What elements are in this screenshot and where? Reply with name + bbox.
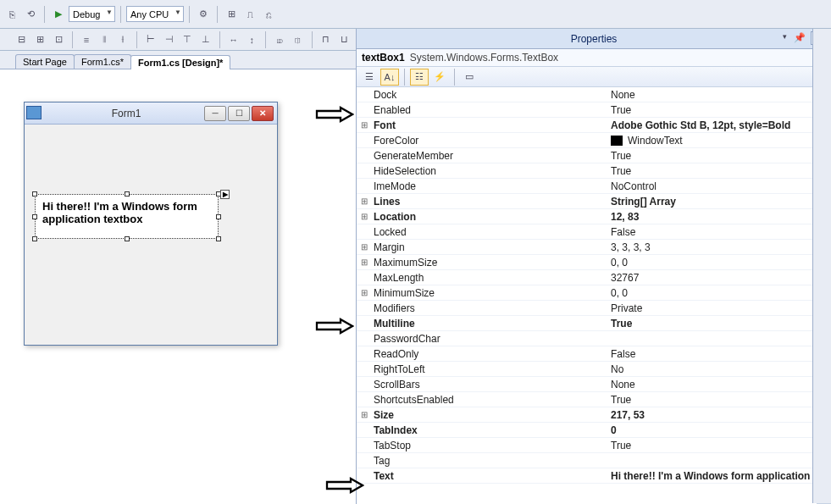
side-tabs[interactable] (812, 29, 831, 503)
property-row[interactable]: ⊞FontAdobe Gothic Std B, 12pt, style=Bol… (357, 118, 831, 133)
expand-icon[interactable]: ⊞ (357, 120, 372, 130)
property-row[interactable]: HideSelectionTrue (357, 163, 831, 179)
expand-icon[interactable]: ⊞ (357, 410, 372, 419)
property-row[interactable]: ⊞MaximumSize0, 0 (357, 255, 831, 270)
align-icon[interactable]: ⊢ (142, 31, 159, 48)
alphabetical-icon[interactable]: A↓ (380, 69, 399, 86)
property-value[interactable]: False (606, 226, 831, 238)
platform-select[interactable]: Any CPU (126, 6, 184, 22)
resize-handle[interactable] (32, 214, 37, 219)
property-value[interactable]: String[] Array (606, 196, 831, 208)
expand-icon[interactable]: ⊞ (357, 212, 372, 221)
resize-handle[interactable] (125, 236, 130, 241)
property-value[interactable]: NoControl (606, 180, 831, 192)
maximize-icon[interactable]: ☐ (228, 106, 250, 121)
align-icon[interactable]: ⫴ (97, 31, 114, 48)
align-icon[interactable]: ⎅ (290, 31, 307, 48)
toolbar-button[interactable]: ⊞ (223, 6, 240, 23)
resize-handle[interactable] (32, 191, 37, 197)
tab-start-page[interactable]: Start Page (15, 54, 75, 69)
property-row[interactable]: ScrollBarsNone (357, 377, 831, 392)
property-value[interactable]: Adobe Gothic Std B, 12pt, style=Bold (606, 119, 831, 131)
property-value[interactable]: True (606, 104, 831, 116)
property-value[interactable]: Hi there!! I'm a Windows form applicatio… (606, 470, 831, 482)
property-row[interactable]: ⊞MinimumSize0, 0 (357, 285, 831, 301)
property-value[interactable]: No (606, 363, 831, 375)
property-value[interactable]: 3, 3, 3, 3 (606, 241, 831, 253)
property-row[interactable]: ⊞Size217, 53 (357, 407, 831, 423)
tab-form-cs[interactable]: Form1.cs* (74, 54, 131, 69)
align-icon[interactable]: ⊓ (318, 31, 335, 48)
property-pages-icon[interactable]: ▭ (460, 69, 479, 86)
property-row[interactable]: ⊞LinesString[] Array (357, 194, 831, 209)
form-client-area[interactable]: Hi there!! I'm a Windows form applicatio… (25, 125, 277, 345)
property-value[interactable]: True (606, 165, 831, 177)
property-value[interactable]: WindowText (606, 135, 831, 147)
expand-icon[interactable]: ⊞ (357, 242, 372, 252)
property-row[interactable]: RightToLeftNo (357, 362, 831, 377)
property-row[interactable]: TabStopTrue (357, 438, 831, 453)
property-row[interactable]: LockedFalse (357, 224, 831, 240)
align-icon[interactable]: ⎄ (271, 31, 288, 48)
property-value[interactable]: True (606, 318, 831, 330)
tab-form-design[interactable]: Form1.cs [Design]* (130, 55, 230, 69)
toolbar-button[interactable]: ⚙ (195, 6, 212, 23)
expand-icon[interactable]: ⊞ (357, 258, 372, 267)
property-row[interactable]: ShortcutsEnabledTrue (357, 392, 831, 407)
resize-handle[interactable] (216, 214, 221, 219)
toolbar-button[interactable]: ⎌ (260, 6, 277, 23)
property-row[interactable]: ReadOnlyFalse (357, 346, 831, 362)
property-value[interactable]: None (606, 379, 831, 390)
align-icon[interactable]: ≡ (78, 31, 95, 48)
align-icon[interactable]: ⫲ (114, 31, 131, 48)
resize-handle[interactable] (32, 236, 37, 241)
align-icon[interactable]: ⊤ (179, 31, 196, 48)
play-icon[interactable]: ▶ (50, 6, 67, 23)
property-value[interactable]: True (606, 150, 831, 162)
align-icon[interactable]: ⊟ (14, 31, 30, 48)
property-value[interactable]: False (606, 348, 831, 360)
toolbar-button[interactable]: ⟲ (22, 6, 39, 23)
categorized-icon[interactable]: ☰ (360, 69, 379, 86)
config-select[interactable]: Debug (69, 6, 115, 22)
form-titlebar[interactable]: Form1 ─ ☐ ✕ (25, 102, 277, 125)
align-icon[interactable]: ⊥ (197, 31, 214, 48)
property-value[interactable]: True (606, 394, 831, 406)
textbox-control[interactable]: Hi there!! I'm a Windows form applicatio… (35, 194, 219, 239)
align-icon[interactable]: ⊔ (335, 31, 352, 48)
property-row[interactable]: EnabledTrue (357, 102, 831, 118)
resize-handle[interactable] (125, 191, 130, 197)
object-selector[interactable]: textBox1 System.Windows.Forms.TextBox ▼ (357, 49, 831, 67)
property-row[interactable]: GenerateMemberTrue (357, 148, 831, 163)
property-value[interactable]: 0 (606, 424, 831, 436)
property-row[interactable]: DockNone (357, 87, 831, 102)
align-icon[interactable]: ⊣ (161, 31, 178, 48)
panel-menu-icon[interactable]: ▾ (783, 32, 787, 41)
property-value[interactable]: 12, 83 (606, 211, 831, 223)
align-icon[interactable]: ⊡ (50, 31, 67, 48)
property-value[interactable]: 217, 53 (606, 409, 831, 421)
property-row[interactable]: ModifiersPrivate (357, 301, 831, 316)
property-row[interactable]: MaxLength32767 (357, 270, 831, 285)
property-row[interactable]: ⊞Margin3, 3, 3, 3 (357, 240, 831, 255)
property-row[interactable]: Tag (357, 453, 831, 468)
property-row[interactable]: TabIndex0 (357, 423, 831, 438)
property-value[interactable]: 0, 0 (606, 257, 831, 269)
property-row[interactable]: TextHi there!! I'm a Windows form applic… (357, 468, 831, 484)
property-row[interactable]: ImeModeNoControl (357, 179, 831, 194)
expand-icon[interactable]: ⊞ (357, 288, 372, 297)
property-value[interactable]: 0, 0 (606, 287, 831, 299)
events-icon[interactable]: ⚡ (430, 69, 449, 86)
align-icon[interactable]: ⊞ (32, 31, 49, 48)
property-grid[interactable]: DockNoneEnabledTrue⊞FontAdobe Gothic Std… (357, 87, 831, 504)
property-value[interactable]: None (606, 89, 831, 101)
property-row[interactable]: ForeColorWindowText (357, 133, 831, 148)
property-row[interactable]: MultilineTrue (357, 316, 831, 331)
property-value[interactable]: Private (606, 302, 831, 314)
form-window[interactable]: Form1 ─ ☐ ✕ Hi there!! I'm a Windows for… (24, 102, 278, 346)
smart-tag-icon[interactable]: ▶ (220, 190, 230, 199)
close-icon[interactable]: ✕ (252, 106, 274, 121)
resize-handle[interactable] (216, 236, 221, 241)
pin-icon[interactable]: 📌 (794, 32, 806, 43)
align-icon[interactable]: ↔ (225, 31, 242, 48)
